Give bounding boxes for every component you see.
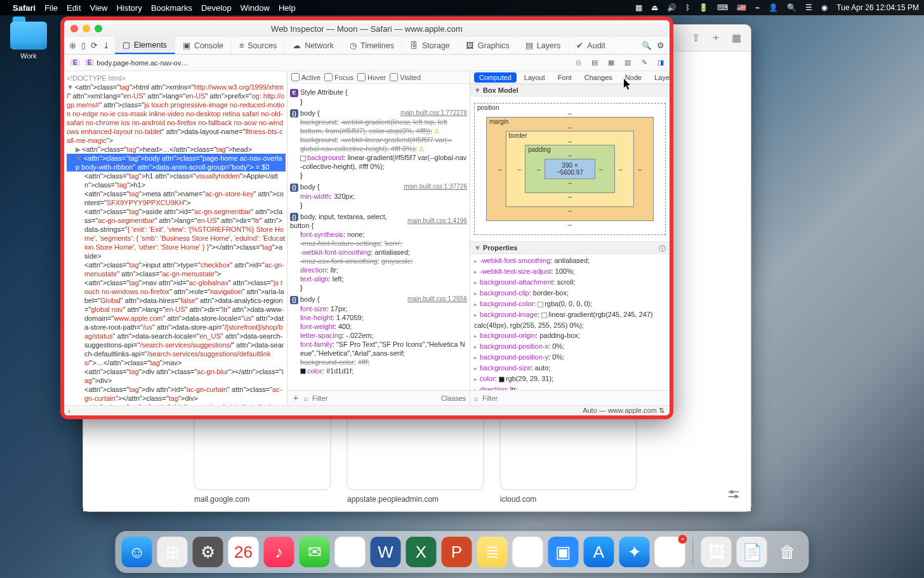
properties-header[interactable]: ▼ Propertiesⓘ — [470, 241, 670, 254]
menu-bookmarks[interactable]: Bookmarks — [151, 3, 192, 13]
dock-appstore[interactable]: A — [584, 537, 614, 567]
css-rule[interactable]: {}body {main.built.css:1:37726min-width:… — [290, 182, 467, 210]
dock-chrome2[interactable]: ◎• — [655, 537, 685, 567]
styles-filter-input[interactable] — [312, 394, 437, 402]
dock-powerpoint[interactable]: P — [442, 537, 472, 567]
download-icon[interactable]: ⤓ — [103, 41, 110, 50]
subtab-layers[interactable]: Layers — [649, 72, 670, 83]
device-icon[interactable]: ▯ — [81, 41, 86, 50]
tab-graphics[interactable]: 🖼Graphics — [458, 37, 518, 54]
style-rules[interactable]: EStyle Attribute {}{}body {main.built.cs… — [287, 84, 470, 379]
computed-prop[interactable]: background-attachment: scroll; — [474, 277, 666, 288]
dock-chrome1[interactable]: ◎ — [335, 537, 366, 567]
css-rule[interactable]: EStyle Attribute {} — [290, 88, 467, 106]
filter-active[interactable]: Active — [291, 73, 320, 81]
menu-file[interactable]: File — [44, 3, 58, 13]
dock-excel[interactable]: X — [406, 537, 437, 567]
dock-messages[interactable]: ✉ — [300, 537, 330, 567]
checkbox[interactable] — [291, 73, 300, 81]
window-traffic-lights[interactable] — [70, 25, 102, 32]
dock-zoom[interactable]: ▣ — [548, 537, 579, 567]
menu-edit[interactable]: Edit — [67, 3, 81, 13]
grid-icon[interactable]: ▦ — [606, 58, 616, 67]
siri-icon[interactable]: ◉ — [821, 3, 828, 12]
dock-word[interactable]: W — [371, 537, 401, 567]
subtab-changes[interactable]: Changes — [579, 72, 617, 83]
menu-clock[interactable]: Tue Apr 26 12:04:15 PM — [836, 3, 919, 12]
console-prompt-icon[interactable]: › — [64, 407, 74, 415]
reload-icon[interactable]: ⟳ — [91, 41, 98, 50]
new-tab-icon[interactable]: ＋ — [710, 32, 722, 44]
computed-prop[interactable]: color: rgb(29, 29, 31); — [474, 373, 666, 384]
tab-overview-icon[interactable]: ▦ — [730, 32, 742, 44]
tab-storage[interactable]: 🗄Storage — [402, 37, 458, 54]
filter-hover[interactable]: Hover — [357, 73, 386, 81]
dock-trash[interactable]: 🗑 — [772, 537, 803, 567]
bluetooth-icon[interactable]: ᛒ — [685, 3, 690, 12]
filter-focus[interactable]: Focus — [324, 73, 353, 81]
computed-prop[interactable]: -webkit-font-smoothing: antialiased; — [474, 255, 666, 266]
css-rule[interactable]: {}body {main.built.css:1:2656font-size: … — [290, 295, 467, 375]
menu-view[interactable]: View — [90, 3, 108, 13]
dock-finder[interactable]: ☺ — [122, 537, 152, 567]
computed-prop[interactable]: background-position-x: 0%; — [474, 341, 666, 352]
menu-history[interactable]: History — [116, 3, 142, 13]
dock-safari[interactable]: ✦ — [619, 537, 650, 567]
desktop-folder[interactable]: Work — [6, 22, 51, 60]
computed-prop[interactable]: background-size: auto; — [474, 363, 666, 373]
battery-icon[interactable]: 🔋 — [699, 3, 708, 12]
computed-properties[interactable]: -webkit-font-smoothing: antialiased;-web… — [470, 254, 670, 405]
dock-file1[interactable]: 🖼 — [701, 537, 732, 567]
gear-icon[interactable]: ⚙ — [657, 41, 664, 50]
dock-file2[interactable]: 📄 — [737, 537, 767, 567]
computed-prop[interactable]: background-position-y: 0%; — [474, 352, 666, 363]
computed-prop[interactable]: background-color: rgba(0, 0, 0, 0); — [474, 299, 666, 309]
layout-icon[interactable]: ▤ — [590, 58, 600, 67]
status-icon[interactable]: 🔊 — [667, 3, 676, 12]
wifi-icon[interactable]: ⌁ — [755, 3, 760, 12]
css-rule[interactable]: {}body {main.built.css:1:772278backgroun… — [290, 109, 467, 180]
dock-calendar[interactable]: 26 — [228, 537, 259, 567]
computed-prop[interactable]: background-origin: padding-box; — [474, 330, 666, 341]
menu-help[interactable]: Help — [279, 3, 296, 13]
dock-music[interactable]: ♪ — [264, 537, 294, 567]
add-rule-icon[interactable]: ＋ — [291, 393, 300, 404]
tab-timelines[interactable]: ◷Timelines — [342, 37, 402, 54]
element-chip[interactable]: E — [85, 59, 95, 66]
breadcrumb-path[interactable]: body.page-home.ac-nav-ov… — [96, 59, 188, 67]
flag-icon[interactable]: 🇺🇸 — [737, 3, 746, 12]
checkbox[interactable] — [357, 73, 366, 81]
inspect-icon[interactable]: ⊕ — [69, 41, 76, 50]
search-icon[interactable]: 🔍 — [642, 41, 652, 50]
dom-tree-panel[interactable]: <!DOCTYPE html>▼<attn">class="tag">html … — [64, 71, 287, 405]
dock-settings[interactable]: ⚙ — [193, 537, 223, 567]
filter-visited[interactable]: Visited — [390, 73, 421, 81]
customize-icon[interactable] — [727, 488, 741, 500]
tab-sources[interactable]: ≡Sources — [232, 37, 285, 54]
sidebar-icon[interactable]: ◨ — [656, 58, 666, 67]
element-chip[interactable]: E — [70, 59, 80, 66]
tab-network[interactable]: ☁Network — [285, 37, 342, 54]
subtab-computed[interactable]: Computed — [474, 72, 517, 83]
subtab-layout[interactable]: Layout — [519, 72, 550, 83]
grid2-icon[interactable]: ▧ — [623, 58, 633, 67]
edit-icon[interactable]: ✎ — [639, 58, 649, 67]
tab-layers[interactable]: ▤Layers — [518, 37, 569, 54]
checkbox[interactable] — [324, 73, 333, 81]
dock-slack[interactable]: # — [513, 537, 543, 567]
user-icon[interactable]: 👤 — [769, 3, 778, 12]
tab-audit[interactable]: ✔Audit — [569, 37, 614, 54]
menu-develop[interactable]: Develop — [201, 3, 232, 13]
computed-prop[interactable]: background-clip: border-box; — [474, 288, 666, 299]
checkbox[interactable] — [390, 73, 398, 81]
boxmodel-header[interactable]: ▼ Box Model — [470, 84, 670, 97]
status-icon[interactable]: ⏏ — [651, 3, 658, 12]
css-rule[interactable]: {}body, input, textarea, select, button … — [290, 212, 467, 293]
status-icon[interactable]: ⌨ — [717, 3, 728, 12]
tab-elements[interactable]: ▢Elements — [115, 37, 175, 54]
subtab-font[interactable]: Font — [553, 72, 577, 83]
dock-launchpad[interactable]: ⊞ — [157, 537, 188, 567]
menu-window[interactable]: Window — [241, 3, 270, 13]
computed-prop[interactable]: -webkit-text-size-adjust: 100%; — [474, 266, 666, 277]
dock-notes[interactable]: ≣ — [477, 537, 508, 567]
